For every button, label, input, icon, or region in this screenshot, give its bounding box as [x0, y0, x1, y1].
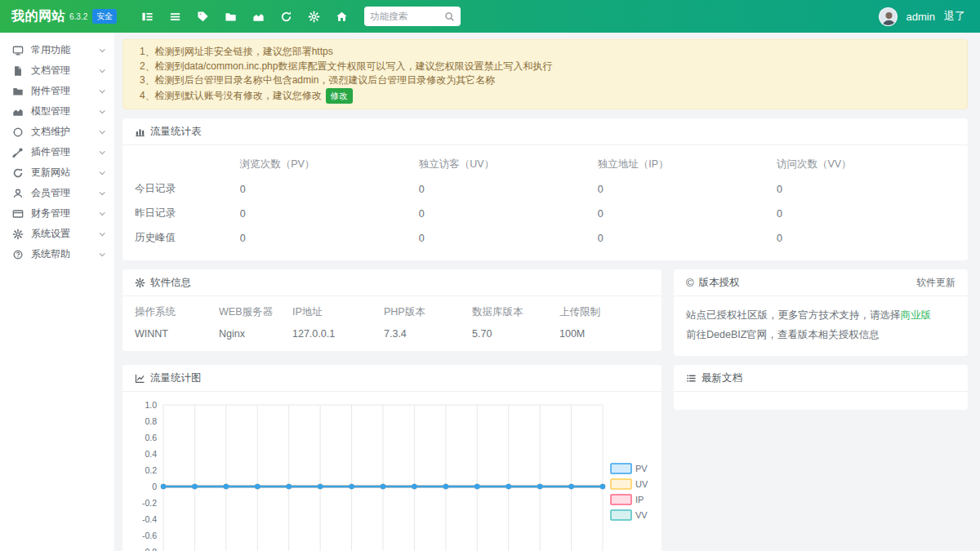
svg-text:-0.6: -0.6	[142, 531, 157, 540]
sidebar-item-finance[interactable]: 财务管理	[0, 203, 114, 224]
file-icon	[12, 65, 24, 77]
sidebar-item-plugins[interactable]: 插件管理	[0, 142, 114, 162]
panel-title: 软件信息	[150, 276, 191, 290]
sidebar-item-maintenance[interactable]: 文档维护	[0, 122, 114, 142]
menu-icon[interactable]	[169, 11, 181, 23]
username[interactable]: admin	[906, 11, 935, 23]
copyright-icon: ©	[686, 277, 694, 289]
svg-text:1.0: 1.0	[145, 400, 157, 410]
cell-value: 0	[240, 226, 419, 251]
column-header-uv: 独立访客（UV）	[419, 153, 598, 177]
legend-item-vv[interactable]: VV	[611, 510, 648, 520]
field-webserver: WEB服务器Nginx	[219, 305, 292, 340]
logout-link[interactable]: 退了	[944, 9, 965, 24]
list-icon	[686, 373, 697, 384]
sidebar-item-help[interactable]: 系统帮助	[0, 244, 114, 264]
cell-value: 0	[419, 226, 598, 251]
sidebar-item-update-site[interactable]: 更新网站	[0, 162, 114, 183]
refresh-icon	[12, 167, 24, 179]
cell-value: 0	[419, 202, 598, 226]
field-upload: 上传限制100M	[559, 305, 625, 340]
svg-text:-0.8: -0.8	[142, 547, 157, 551]
sidebar-item-label: 系统帮助	[31, 247, 70, 261]
sidebar-item-attachments[interactable]: 附件管理	[0, 81, 114, 101]
sidebar-item-members[interactable]: 会员管理	[0, 183, 114, 203]
chevron-down-icon	[100, 230, 105, 236]
field-php: PHP版本7.3.4	[384, 305, 472, 340]
traffic-table-header: 流量统计表	[122, 118, 968, 145]
sidebar-item-documents[interactable]: 文档管理	[0, 60, 114, 81]
legend-item-pv[interactable]: PV	[611, 464, 648, 473]
folder-icon[interactable]	[225, 11, 237, 23]
traffic-chart-header: 流量统计图	[122, 365, 662, 392]
tag-icon[interactable]	[197, 11, 209, 23]
area-chart-icon[interactable]	[252, 11, 265, 23]
security-alert: 1、检测到网址非安全链接，建议您部署https 2、检测到data/common…	[122, 39, 968, 109]
svg-text:0.6: 0.6	[145, 433, 157, 442]
indent-list-icon[interactable]	[141, 11, 154, 23]
commercial-link[interactable]: 商业版	[901, 309, 932, 321]
home-icon[interactable]	[336, 11, 348, 23]
svg-text:IP: IP	[635, 495, 644, 504]
sidebar-item-settings[interactable]: 系统设置	[0, 224, 114, 244]
svg-text:0.4: 0.4	[145, 449, 157, 459]
safe-badge[interactable]: 安全	[92, 9, 117, 24]
traffic-table-panel: 流量统计表 浏览次数（PV） 独立访客（UV） 独立地址（IP） 访问次数（VV…	[122, 118, 968, 260]
column-header-vv: 访问次数（VV）	[777, 153, 956, 177]
software-update-link[interactable]: 软件更新	[916, 276, 956, 290]
chevron-down-icon	[100, 189, 105, 195]
avatar[interactable]	[879, 7, 898, 26]
row-label: 今日记录	[135, 177, 240, 202]
panel-title: 版本授权	[699, 276, 740, 290]
sidebar-item-common[interactable]: 常用功能	[0, 40, 114, 60]
top-icon-group	[141, 11, 348, 23]
software-info-header: 软件信息	[122, 269, 662, 296]
site-logo[interactable]: 我的网站	[11, 8, 65, 25]
svg-text:-0.2: -0.2	[142, 498, 157, 508]
function-search	[364, 7, 461, 26]
sidebar-item-label: 附件管理	[31, 84, 70, 98]
cell-value: 0	[598, 202, 777, 226]
panel-title: 最新文档	[702, 371, 742, 385]
sidebar-item-label: 文档管理	[31, 64, 70, 78]
field-ip: IP地址127.0.0.1	[292, 305, 384, 340]
column-header-pv: 浏览次数（PV）	[240, 153, 419, 177]
chevron-down-icon	[100, 87, 105, 93]
monitor-icon	[12, 45, 24, 56]
cell-value: 0	[598, 177, 777, 202]
modify-button[interactable]: 修改	[326, 88, 353, 104]
refresh-icon[interactable]	[280, 11, 292, 23]
line-chart: 05-2905-3005-3106-0106-0206-0306-0406-05…	[132, 395, 648, 551]
sidebar-item-label: 模型管理	[31, 104, 70, 118]
search-icon[interactable]	[444, 11, 455, 22]
cell-value: 0	[777, 226, 956, 251]
chevron-down-icon	[100, 169, 105, 175]
alert-line-text: 4、检测到默认账号没有修改，建议您修改	[140, 90, 322, 101]
alert-line: 3、检测到后台管理目录名称中包含admin，强烈建议后台管理目录修改为其它名称	[140, 73, 951, 88]
user-icon	[12, 188, 24, 199]
legend-item-ip[interactable]: IP	[611, 495, 644, 504]
cell-value: 0	[240, 202, 419, 226]
column-header-ip: 独立地址（IP）	[598, 153, 777, 177]
sidebar-item-label: 更新网站	[31, 166, 70, 180]
plugin-icon	[12, 147, 24, 158]
user-area: admin 退了	[879, 7, 965, 26]
row-label: 历史峰值	[135, 226, 240, 251]
panel-title: 流量统计表	[150, 125, 202, 139]
bar-chart-icon	[135, 127, 145, 137]
latest-docs-header: 最新文档	[674, 365, 968, 392]
search-input[interactable]	[370, 11, 444, 21]
latest-docs-empty-body	[674, 392, 968, 410]
gear-icon[interactable]	[308, 11, 320, 23]
svg-text:VV: VV	[635, 510, 648, 520]
license-line-2: 前往DedeBIZ官网，查看版本相关授权信息	[686, 325, 956, 344]
latest-docs-panel: 最新文档	[674, 365, 968, 410]
cell-value: 0	[777, 202, 956, 226]
top-navbar: 我的网站 6.3.2 安全 admin 退了	[0, 0, 980, 33]
software-fields: 操作系统WINNT WEB服务器Nginx IP地址127.0.0.1 PHP版…	[122, 296, 662, 351]
license-body: 站点已授权社区版，更多官方技术支持，请选择商业版 前往DedeBIZ官网，查看版…	[674, 296, 968, 356]
svg-text:0.2: 0.2	[145, 465, 157, 475]
legend-item-uv[interactable]: UV	[611, 479, 648, 489]
sidebar-item-label: 常用功能	[31, 43, 70, 57]
sidebar-item-models[interactable]: 模型管理	[0, 101, 114, 122]
